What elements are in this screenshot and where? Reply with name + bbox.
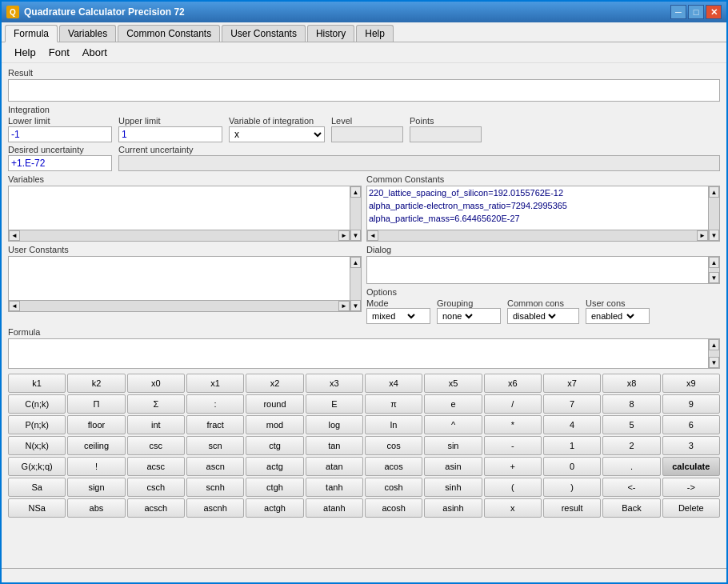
uc-scroll-down[interactable]: ▼: [350, 300, 361, 311]
key-btn-2[interactable]: 2: [602, 436, 660, 455]
key-btn-scn[interactable]: scn: [186, 436, 244, 455]
key-btn-fract[interactable]: fract: [186, 415, 244, 434]
key-btn-P_n_k_[interactable]: P(n;k): [8, 415, 66, 434]
key-btn-E[interactable]: E: [306, 394, 363, 414]
key-btn-x5[interactable]: x5: [424, 374, 482, 393]
variables-scrollbar-h[interactable]: ◄ ►: [9, 230, 350, 241]
tab-user-constants[interactable]: User Constants: [222, 25, 306, 42]
key-btn-x1[interactable]: x1: [186, 374, 244, 393]
key-btn-C_n_k_[interactable]: C(n;k): [8, 394, 66, 414]
key-btn-abs[interactable]: abs: [67, 498, 125, 518]
tab-formula[interactable]: Formula: [5, 25, 58, 42]
minimize-button[interactable]: ─: [670, 5, 686, 19]
cc-scroll-right[interactable]: ►: [697, 230, 708, 241]
cc-scroll-left[interactable]: ◄: [367, 230, 378, 241]
key-btn-Delete[interactable]: Delete: [662, 498, 720, 518]
key-btn-5[interactable]: 5: [602, 415, 660, 434]
tab-common-constants[interactable]: Common Constants: [118, 25, 220, 42]
result-input[interactable]: [12, 82, 716, 99]
key-btn-acos[interactable]: acos: [365, 457, 422, 476]
key-btn-round[interactable]: round: [246, 394, 303, 414]
key-btn-x3[interactable]: x3: [306, 374, 363, 393]
key-btn-ceiling[interactable]: ceiling: [67, 436, 125, 455]
key-btn-floor[interactable]: floor: [67, 415, 125, 434]
key-btn-N_x_k_[interactable]: N(x;k): [8, 436, 66, 455]
user-cons-select[interactable]: enabled disabled: [588, 309, 637, 323]
maximize-button[interactable]: □: [688, 5, 704, 19]
key-btn-6[interactable]: 6: [662, 415, 720, 434]
key-btn-_[interactable]: .: [602, 457, 660, 476]
current-uncertainty-input[interactable]: [118, 155, 720, 171]
key-btn-__[interactable]: <-: [602, 478, 660, 497]
key-btn-tanh[interactable]: tanh: [306, 478, 363, 497]
key-btn-asin[interactable]: asin: [424, 457, 482, 476]
key-btn-acsc[interactable]: acsc: [127, 457, 185, 476]
key-btn-csc[interactable]: csc: [127, 436, 185, 455]
key-btn-sinh[interactable]: sinh: [424, 478, 482, 497]
close-button[interactable]: ✕: [706, 5, 722, 19]
key-btn-ln[interactable]: ln: [365, 415, 422, 434]
dialog-scroll-up[interactable]: ▲: [709, 257, 719, 268]
user-constants-scrollbar-v[interactable]: ▲ ▼: [350, 257, 361, 311]
dialog-scrollbar-v[interactable]: ▲ ▼: [708, 257, 719, 283]
key-btn-actg[interactable]: actg: [246, 457, 303, 476]
mode-select[interactable]: mixed real complex: [369, 309, 418, 323]
key-btn-__[interactable]: ->: [662, 478, 720, 497]
key-btn-log[interactable]: log: [306, 415, 363, 434]
key-btn-mod[interactable]: mod: [246, 415, 303, 434]
grouping-select[interactable]: none by 3 by 4: [439, 309, 475, 323]
uc-scroll-right[interactable]: ►: [338, 301, 350, 311]
key-btn-sign[interactable]: sign: [67, 478, 125, 497]
key-btn-x8[interactable]: x8: [602, 374, 660, 393]
key-btn-x9[interactable]: x9: [662, 374, 720, 393]
key-btn-tan[interactable]: tan: [306, 436, 363, 455]
dialog-scroll-down[interactable]: ▼: [709, 272, 719, 283]
key-btn-e[interactable]: e: [424, 394, 482, 414]
key-btn-x6[interactable]: x6: [484, 374, 542, 393]
key-btn-actgh[interactable]: actgh: [246, 498, 303, 518]
variable-select[interactable]: x: [230, 127, 324, 142]
variables-scroll-right[interactable]: ►: [338, 230, 350, 241]
menu-help[interactable]: Help: [8, 45, 42, 60]
key-btn-3[interactable]: 3: [662, 436, 720, 455]
user-constants-scrollbar-h[interactable]: ◄ ►: [9, 300, 350, 311]
key-btn-4[interactable]: 4: [543, 415, 601, 434]
level-input[interactable]: [331, 126, 403, 142]
points-input[interactable]: [410, 126, 482, 142]
key-btn-scnh[interactable]: scnh: [186, 478, 244, 497]
cc-scroll-down[interactable]: ▼: [709, 230, 719, 241]
key-btn-_[interactable]: (: [484, 478, 542, 497]
key-btn-int[interactable]: int: [127, 415, 185, 434]
desired-uncertainty-input[interactable]: [8, 155, 112, 171]
key-btn-Back[interactable]: Back: [602, 498, 660, 518]
key-btn-ctgh[interactable]: ctgh: [246, 478, 303, 497]
menu-abort[interactable]: Abort: [76, 45, 114, 60]
key-btn-1[interactable]: 1: [543, 436, 601, 455]
variables-scroll-up[interactable]: ▲: [350, 186, 361, 198]
key-btn-G_x_k_q_[interactable]: G(x;k;q): [8, 457, 66, 476]
formula-scrollbar-v[interactable]: ▲ ▼: [708, 339, 719, 368]
key-btn-ascnh[interactable]: ascnh: [186, 498, 244, 518]
upper-limit-input[interactable]: [118, 126, 222, 142]
key-btn-9[interactable]: 9: [662, 394, 720, 414]
key-btn-_[interactable]: π: [365, 394, 422, 414]
key-btn-7[interactable]: 7: [543, 394, 601, 414]
variables-scroll-down[interactable]: ▼: [350, 230, 361, 241]
key-btn-Sa[interactable]: Sa: [8, 478, 66, 497]
key-btn-_[interactable]: :: [186, 394, 244, 414]
cc-scrollbar-h[interactable]: ◄ ►: [367, 230, 708, 241]
key-btn-result[interactable]: result: [543, 498, 601, 518]
cc-scrollbar-v[interactable]: ▲ ▼: [708, 186, 719, 241]
key-btn-_[interactable]: -: [484, 436, 542, 455]
cc-scroll-up[interactable]: ▲: [709, 186, 719, 198]
tab-history[interactable]: History: [307, 25, 354, 42]
key-btn-ctg[interactable]: ctg: [246, 436, 303, 455]
formula-scroll-down[interactable]: ▼: [709, 357, 719, 368]
tab-help[interactable]: Help: [356, 25, 394, 42]
uc-scroll-up[interactable]: ▲: [350, 257, 361, 268]
key-btn-cos[interactable]: cos: [365, 436, 422, 455]
key-btn-atan[interactable]: atan: [306, 457, 363, 476]
key-btn-NSa[interactable]: NSa: [8, 498, 66, 518]
tab-variables[interactable]: Variables: [59, 25, 116, 42]
key-btn-8[interactable]: 8: [602, 394, 660, 414]
